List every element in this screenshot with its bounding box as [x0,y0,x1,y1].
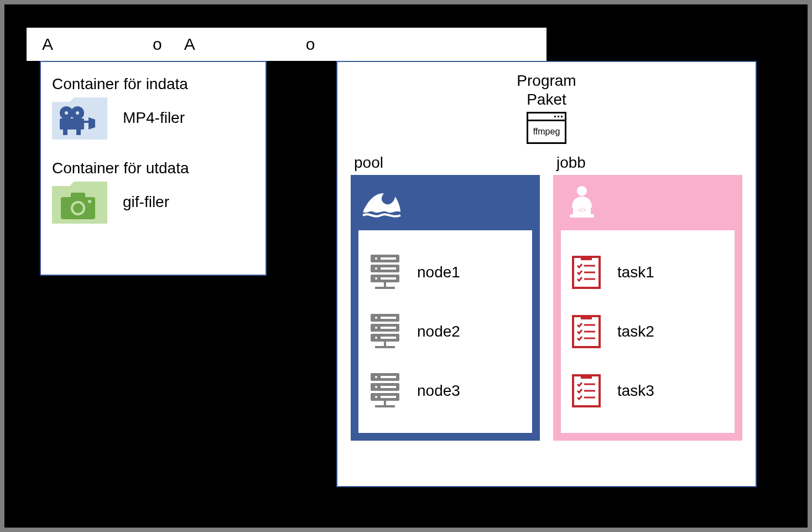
jobb-item-label: task3 [617,382,654,400]
pool-item: node1 [369,255,521,290]
jobb-item: task3 [572,374,723,407]
svg-rect-10 [71,193,85,198]
server-icon [369,373,400,409]
svg-rect-20 [381,257,396,260]
jobb-title: jobb [556,154,742,172]
svg-rect-24 [381,277,396,280]
checklist-icon [572,315,601,348]
svg-rect-8 [76,130,81,135]
wave-icon [358,183,532,220]
svg-rect-29 [375,346,395,348]
package-name: ffmpeg [528,121,565,142]
svg-rect-52 [581,256,592,260]
svg-rect-22 [381,267,396,270]
program-title-2: Paket [527,91,566,109]
pool-box: node1 node2 node3 [351,175,540,441]
svg-point-12 [73,203,83,213]
svg-rect-28 [384,342,386,346]
checklist-icon [572,374,601,407]
svg-point-21 [375,267,377,270]
checklist-icon [572,256,601,289]
svg-rect-42 [381,376,396,378]
jobb-item-label: task2 [617,323,654,340]
header-left-a: A [42,35,53,54]
svg-rect-4 [60,118,84,130]
utdata-files: gif-filer [123,193,169,211]
jobb-item: task1 [572,256,723,289]
jobb-item: task2 [572,315,723,348]
utdata-label: Container för utdata [52,159,254,177]
pool-column: pool node1 [351,154,540,441]
server-icon [369,314,400,349]
svg-point-13 [88,200,91,203]
svg-point-30 [375,317,377,319]
svg-point-32 [375,327,377,329]
folder-camera-icon [52,180,107,224]
batch-box: Program Paket ffmpeg pool [336,61,757,487]
jobb-box: </> task1 [553,175,742,441]
svg-rect-18 [375,287,395,289]
svg-rect-7 [63,130,67,135]
svg-rect-39 [384,401,386,405]
pool-item: node3 [369,373,521,409]
pool-items: node1 node2 node3 [358,230,532,433]
svg-point-23 [375,277,377,280]
pool-item-label: node1 [417,264,460,281]
indata-section: Container för indata [52,75,254,140]
svg-rect-62 [581,374,592,379]
svg-rect-31 [381,317,396,319]
svg-rect-46 [381,396,396,398]
svg-rect-49 [570,214,594,218]
svg-rect-40 [375,405,395,407]
server-icon [369,255,400,290]
program-block: Program Paket ffmpeg [351,72,742,144]
diagram-canvas: A o A o Container för indata [4,4,808,528]
jobb-items: task1 task2 task3 [561,230,735,433]
svg-point-47 [577,186,587,196]
program-title-1: Program [517,72,576,90]
header-bar: A o A o [27,28,546,61]
pool-title: pool [354,154,540,172]
header-mid-a: A [184,35,195,54]
svg-point-19 [375,257,377,260]
header-mid-o: o [306,35,315,54]
storage-box: Container för indata [40,61,267,276]
svg-point-34 [375,337,377,339]
svg-rect-17 [384,282,386,287]
svg-point-41 [375,376,377,378]
svg-point-43 [375,386,377,388]
svg-rect-5 [84,121,89,123]
svg-point-45 [375,396,377,398]
svg-rect-57 [581,315,592,319]
header-left-o: o [153,35,162,54]
pool-item-label: node3 [417,382,460,400]
svg-text:</>: </> [578,207,586,213]
jobb-column: jobb </> [553,154,742,441]
pool-item-label: node2 [417,323,460,340]
svg-rect-44 [381,386,396,388]
indata-label: Container för indata [52,75,254,93]
jobb-item-label: task1 [617,264,654,281]
indata-files: MP4-filer [123,109,185,127]
person-laptop-icon: </> [561,183,735,220]
folder-video-icon [52,96,107,140]
svg-rect-33 [381,327,396,329]
svg-point-2 [65,111,68,115]
pool-item: node2 [369,314,521,349]
svg-point-3 [76,111,79,115]
package-icon: ffmpeg [527,112,566,144]
utdata-section: Container för utdata gif-filer [52,159,254,224]
svg-rect-35 [381,337,396,339]
